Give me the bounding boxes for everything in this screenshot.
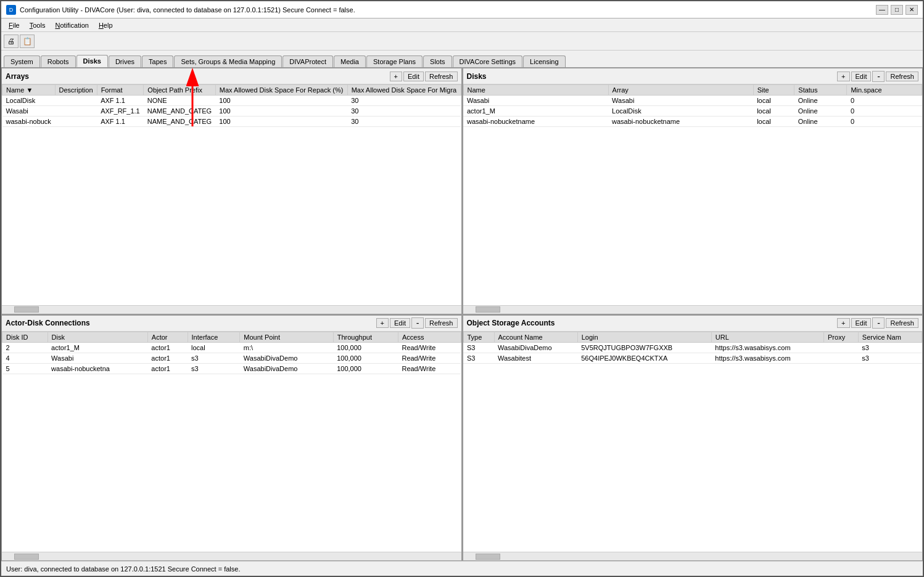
table-row[interactable]: 2 actor1_M actor1 local m:\ 100,000 Read…: [2, 342, 461, 353]
actor-disk-add-button[interactable]: +: [376, 318, 389, 328]
tab-tapes[interactable]: Tapes: [142, 55, 173, 67]
cell: https://s3.wasabisys.com: [711, 353, 823, 363]
cell: LocalDisk: [608, 106, 753, 117]
actor-disk-scrollbar-thumb[interactable]: [14, 554, 39, 560]
object-storage-edit-button[interactable]: Edit: [851, 318, 872, 328]
disks-panel-header: Disks + Edit - Refresh: [463, 68, 923, 84]
object-storage-title: Object Storage Accounts: [467, 319, 836, 327]
cell: S3: [463, 342, 494, 353]
cell: Read/Write: [398, 363, 461, 374]
arrays-panel: Arrays + Edit - Refresh Name ▼ Descripti…: [1, 68, 462, 314]
cell: NONE: [144, 96, 215, 106]
disks-table: Name Array Site Status Min.space Wasabi …: [463, 84, 923, 127]
disks-scrollbar[interactable]: [463, 305, 923, 314]
cell: Online: [794, 96, 847, 106]
close-button[interactable]: ✕: [905, 5, 918, 15]
tab-drives[interactable]: Drives: [109, 55, 141, 67]
toolbar-btn-2[interactable]: 📋: [20, 35, 35, 48]
tab-storage-plans[interactable]: Storage Plans: [366, 55, 423, 67]
cell: wasabi-nobuck: [2, 117, 56, 127]
tab-system[interactable]: System: [4, 55, 40, 67]
object-storage-table-body: S3 WasabiDivaDemo 5V5RQJTUGBPO3W7FGXXB h…: [463, 342, 922, 363]
toolbar: 🖨 📋: [1, 32, 923, 51]
tab-divacore-settings[interactable]: DIVACore Settings: [453, 55, 523, 67]
cell: 100: [215, 96, 347, 106]
cell: Wasabi: [463, 96, 608, 106]
actor-disk-title: Actor-Disk Connections: [6, 319, 375, 327]
object-storage-refresh-button[interactable]: Refresh: [886, 318, 918, 328]
object-storage-add-button[interactable]: +: [837, 318, 849, 328]
title-bar: D Configuration Utility - DIVACore (User…: [1, 1, 923, 18]
tab-media[interactable]: Media: [334, 55, 366, 67]
toolbar-btn-1[interactable]: 🖨: [4, 35, 19, 48]
cell: AXF_RF_1.1: [97, 106, 144, 117]
actor-disk-col-actor: Actor: [147, 332, 188, 342]
disks-add-button[interactable]: +: [837, 72, 849, 81]
actor-disk-table-container[interactable]: Disk ID Disk Actor Interface Mount Point…: [2, 332, 461, 552]
table-row[interactable]: wasabi-nobuck AXF 1.1 NAME_AND_CATEG 100…: [2, 117, 461, 127]
disks-edit-button[interactable]: Edit: [851, 72, 872, 81]
cell: local: [753, 96, 794, 106]
cell: [824, 342, 859, 353]
table-row[interactable]: LocalDisk AXF 1.1 NONE 100 30: [2, 96, 461, 106]
cell: s3: [858, 342, 922, 353]
tab-robots[interactable]: Robots: [41, 55, 76, 67]
actor-disk-scrollbar[interactable]: [2, 552, 461, 560]
arrays-scrollbar-thumb[interactable]: [14, 306, 39, 313]
disks-table-container[interactable]: Name Array Site Status Min.space Wasabi …: [463, 84, 923, 305]
object-storage-table: Type Account Name Login URL Proxy Servic…: [463, 332, 923, 364]
object-storage-scrollbar-thumb[interactable]: [476, 554, 500, 560]
table-row[interactable]: actor1_M LocalDisk local Online 0: [463, 106, 922, 117]
object-storage-panel: Object Storage Accounts + Edit - Refresh…: [463, 315, 923, 562]
object-storage-dash-button[interactable]: -: [872, 317, 885, 329]
tab-slots[interactable]: Slots: [423, 55, 452, 67]
tab-divaprotect[interactable]: DIVAProtect: [283, 55, 333, 67]
cell: 100: [215, 117, 347, 127]
tab-sets-groups[interactable]: Sets, Groups & Media Mapping: [174, 55, 282, 67]
table-row[interactable]: Wasabi AXF_RF_1.1 NAME_AND_CATEG 100 30: [2, 106, 461, 117]
menu-file[interactable]: File: [4, 20, 25, 30]
actor-disk-refresh-button[interactable]: Refresh: [425, 318, 458, 328]
disks-title: Disks: [467, 72, 836, 81]
disks-refresh-button[interactable]: Refresh: [886, 72, 918, 81]
object-storage-scrollbar[interactable]: [463, 552, 923, 560]
actor-disk-col-id: Disk ID: [2, 332, 48, 342]
arrays-add-button[interactable]: +: [390, 72, 402, 81]
object-storage-col-type: Type: [463, 332, 494, 342]
arrays-refresh-button[interactable]: Refresh: [425, 72, 458, 81]
disks-dash-button[interactable]: -: [872, 71, 885, 82]
cell: 5: [2, 363, 48, 374]
cell: s3: [858, 353, 922, 363]
disks-scrollbar-thumb[interactable]: [476, 306, 500, 313]
tabs-bar: System Robots Disks Drives Tapes Sets, G…: [1, 51, 923, 68]
actor-disk-col-throughput: Throughput: [333, 332, 398, 342]
actor-disk-col-mount: Mount Point: [240, 332, 333, 342]
table-row[interactable]: Wasabi Wasabi local Online 0: [463, 96, 922, 106]
tab-disks[interactable]: Disks: [76, 55, 108, 67]
table-row[interactable]: 5 wasabi-nobucketna actor1 s3 WasabiDiva…: [2, 363, 461, 374]
table-row[interactable]: S3 WasabiDivaDemo 5V5RQJTUGBPO3W7FGXXB h…: [463, 342, 922, 353]
arrays-scrollbar[interactable]: [2, 305, 461, 314]
cell: local: [753, 106, 794, 117]
tab-licensing[interactable]: Licensing: [523, 55, 565, 67]
arrays-table-container[interactable]: Name ▼ Description Format Object Path Pr…: [2, 84, 461, 305]
cell: https://s3.wasabisys.com: [711, 342, 823, 353]
table-row[interactable]: 4 Wasabi actor1 s3 WasabiDivaDemo 100,00…: [2, 353, 461, 363]
cell: 0: [847, 117, 922, 127]
menu-help[interactable]: Help: [94, 20, 118, 30]
actor-disk-col-access: Access: [398, 332, 461, 342]
cell: s3: [188, 363, 240, 374]
arrays-title: Arrays: [6, 72, 389, 81]
disks-panel: Disks + Edit - Refresh Name Array Site S…: [463, 68, 923, 314]
actor-disk-dash-button[interactable]: -: [411, 317, 424, 329]
table-row[interactable]: wasabi-nobucketname wasabi-nobucketname …: [463, 117, 922, 127]
arrays-table-header: Name ▼ Description Format Object Path Pr…: [2, 85, 461, 96]
arrays-edit-button[interactable]: Edit: [403, 72, 424, 81]
actor-disk-edit-button[interactable]: Edit: [390, 318, 410, 328]
menu-tools[interactable]: Tools: [25, 20, 51, 30]
table-row[interactable]: S3 Wasabitest 56Q4IPEJ0WKBEQ4CKTXA https…: [463, 353, 922, 363]
minimize-button[interactable]: —: [876, 5, 888, 15]
object-storage-table-container[interactable]: Type Account Name Login URL Proxy Servic…: [463, 332, 923, 552]
menu-notification[interactable]: Notification: [50, 20, 93, 30]
maximize-button[interactable]: □: [891, 5, 903, 15]
